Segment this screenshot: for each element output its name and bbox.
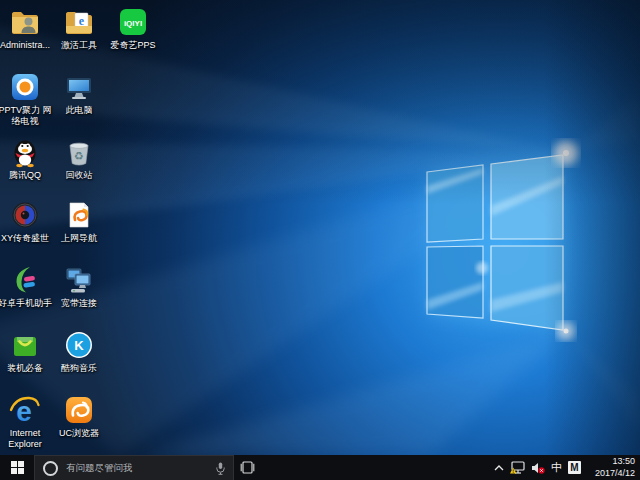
icon-label: Internet Explorer (0, 428, 52, 451)
hidden-icons-chevron[interactable] (494, 465, 504, 471)
desktop-icon-this-pc[interactable]: 此电脑 (52, 71, 106, 116)
desktop-icon-internet-explorer[interactable]: e Internet Explorer (0, 394, 52, 451)
desktop-icon-kugou-music[interactable]: K 酷狗音乐 (52, 329, 106, 374)
svg-text:♻: ♻ (74, 150, 84, 162)
desktop-icon-xy-legend-game[interactable]: XY传奇盛世 (0, 199, 52, 244)
icon-label: 好卓手机助手 (0, 298, 52, 309)
task-view-icon (240, 461, 255, 474)
kugou-music-icon: K (63, 329, 95, 361)
windows-logo-icon (11, 461, 24, 474)
icon-label: PPTV聚力 网络电视 (0, 105, 52, 128)
recycle-bin-icon: ♻ (63, 136, 95, 168)
taskbar: 有问题尽管问我 (0, 455, 640, 480)
icon-label: 宽带连接 (61, 298, 97, 309)
desktop-icon-iqiyi-pps[interactable]: iQIYI 爱奇艺PPS (106, 6, 160, 51)
volume-muted-icon[interactable] (531, 462, 545, 474)
essential-software-bag-icon (9, 329, 41, 361)
desktop-icon-activation-tools[interactable]: e 激活工具 (52, 6, 106, 51)
desktop-icon-administrator-folder[interactable]: Administra... (0, 6, 52, 51)
haozhuo-assistant-icon (9, 264, 41, 296)
web-navigation-icon (63, 199, 95, 231)
icon-label: 激活工具 (61, 40, 97, 51)
svg-text:K: K (74, 338, 84, 353)
windows-desktop-screen: Administra... e 激活工具 iQIYI 爱奇艺PPS (0, 0, 640, 480)
start-button[interactable] (0, 455, 34, 480)
desktop-icon-area: Administra... e 激活工具 iQIYI 爱奇艺PPS (0, 0, 640, 455)
desktop-icon-haozhuo-assistant[interactable]: 好卓手机助手 (0, 264, 52, 309)
network-warning-icon[interactable] (510, 461, 525, 474)
this-pc-icon (63, 71, 95, 103)
search-placeholder: 有问题尽管问我 (66, 462, 133, 475)
iqiyi-pps-icon: iQIYI (117, 6, 149, 38)
icon-label: 此电脑 (66, 105, 93, 116)
desktop-icon-recycle-bin[interactable]: ♻ 回收站 (52, 136, 106, 181)
uc-browser-icon (63, 394, 95, 426)
activation-tools-folder-icon: e (63, 6, 95, 38)
cortana-search-box[interactable]: 有问题尽管问我 (34, 455, 234, 480)
icon-label: 上网导航 (61, 233, 97, 244)
svg-text:e: e (79, 14, 85, 28)
tencent-qq-icon (9, 136, 41, 168)
icon-label: 酷狗音乐 (61, 363, 97, 374)
icon-label: 装机必备 (7, 363, 43, 374)
internet-explorer-icon: e (9, 394, 41, 426)
desktop-icon-broadband-connection[interactable]: 宽带连接 (52, 264, 106, 309)
clock-time: 13:50 (612, 456, 635, 467)
ime-badge[interactable]: M (568, 461, 581, 474)
administrator-folder-icon (9, 6, 41, 38)
task-view-button[interactable] (234, 455, 260, 480)
system-tray: 中 M 13:50 2017/4/12 (494, 455, 640, 480)
desktop-icon-web-navigation[interactable]: 上网导航 (52, 199, 106, 244)
icon-label: 腾讯QQ (9, 170, 41, 181)
pptv-icon (9, 71, 41, 103)
icon-label: 爱奇艺PPS (110, 40, 155, 51)
svg-text:iQIYI: iQIYI (124, 19, 142, 28)
desktop-icon-pptv[interactable]: PPTV聚力 网络电视 (0, 71, 52, 128)
desktop-icon-uc-browser[interactable]: UC浏览器 (52, 394, 106, 439)
desktop-icon-essential-software[interactable]: 装机必备 (0, 329, 52, 374)
icon-label: XY传奇盛世 (1, 233, 49, 244)
ime-language-mode[interactable]: 中 (551, 460, 562, 475)
broadband-connection-icon (63, 264, 95, 296)
desktop-icon-tencent-qq[interactable]: 腾讯QQ (0, 136, 52, 181)
clock-date: 2017/4/12 (595, 468, 635, 479)
icon-label: UC浏览器 (59, 428, 99, 439)
cortana-icon (43, 461, 58, 476)
taskbar-clock[interactable]: 13:50 2017/4/12 (587, 456, 635, 479)
icon-label: 回收站 (66, 170, 93, 181)
taskbar-empty-area (260, 455, 494, 480)
microphone-icon[interactable] (216, 462, 225, 475)
xy-legend-game-icon (9, 199, 41, 231)
icon-label: Administra... (0, 40, 50, 51)
